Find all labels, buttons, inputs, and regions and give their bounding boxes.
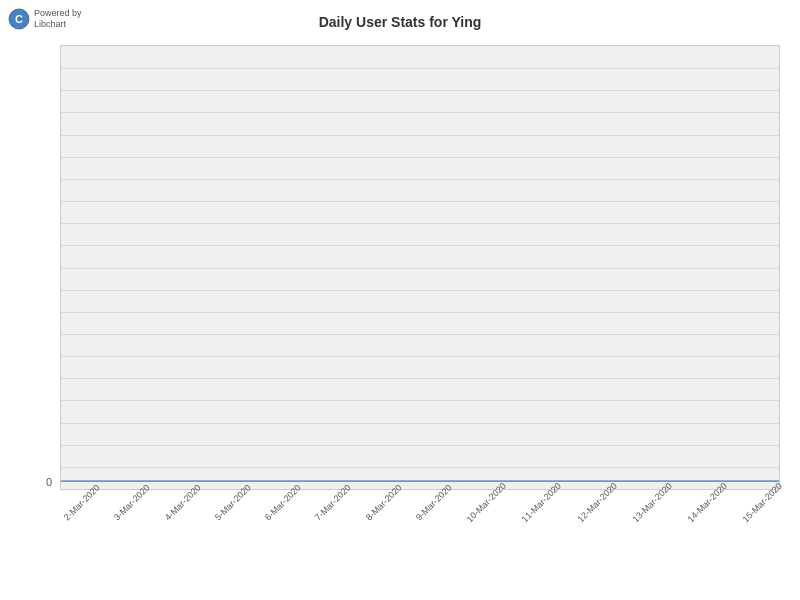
x-label-item: 5-Mar-2020 (206, 495, 253, 595)
x-label-item: 2-Mar-2020 (55, 495, 102, 595)
x-label-item: 7-Mar-2020 (306, 495, 353, 595)
x-label-item: 8-Mar-2020 (357, 495, 404, 595)
x-label-item: 10-Mar-2020 (457, 495, 509, 595)
y-axis-zero-label: 0 (46, 476, 52, 488)
data-line-svg (61, 46, 779, 489)
x-label-item: 15-Mar-2020 (733, 495, 785, 595)
x-axis-labels: 2-Mar-2020 3-Mar-2020 4-Mar-2020 5-Mar-2… (55, 495, 785, 595)
chart-title: Daily User Stats for Ying (0, 14, 800, 30)
x-label-item: 12-Mar-2020 (568, 495, 620, 595)
x-label-item: 4-Mar-2020 (156, 495, 203, 595)
chart-container: C Powered by Libchart Daily User Stats f… (0, 0, 800, 600)
chart-plot-area (60, 45, 780, 490)
x-label-item: 11-Mar-2020 (512, 495, 564, 595)
x-label-item: 3-Mar-2020 (105, 495, 152, 595)
x-label-item: 9-Mar-2020 (407, 495, 454, 595)
x-label-item: 14-Mar-2020 (678, 495, 730, 595)
x-label-item: 6-Mar-2020 (256, 495, 303, 595)
x-label-item: 13-Mar-2020 (623, 495, 675, 595)
